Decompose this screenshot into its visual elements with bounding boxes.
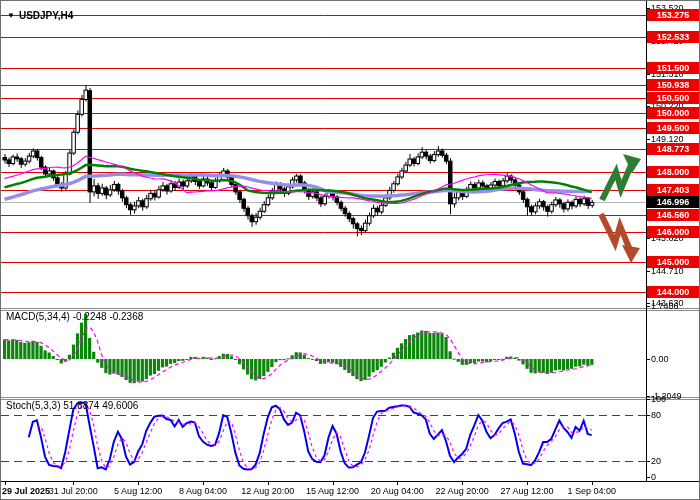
price-level-badge: 146.000 [647,226,699,238]
price-level-badge: 150.938 [647,79,699,91]
macd-indicator-label: MACD(5,34,4) -0.2248 -0.2368 [6,311,143,322]
stoch-value-signal: 49.6006 [102,400,138,411]
time-axis-label: 8 Aug 04:00 [171,486,235,496]
stoch-axis-label: 20 [651,457,661,467]
stoch-indicator-label: Stoch(5,3,3) 51.8874 49.6006 [6,400,138,411]
current-price-badge: 146.996 [647,196,699,208]
price-level-badge: 149.500 [647,122,699,134]
price-level-badge: 150.500 [647,92,699,104]
price-level-badge: 151.500 [647,62,699,74]
price-level-badge: 152.533 [647,31,699,43]
symbol-timeframe-label[interactable]: ▼USDJPY,H4 [7,5,73,23]
time-axis-label: 27 Aug 12:00 [495,486,559,496]
stoch-title: Stoch(5,3,3) [6,400,60,411]
stoch-axis-label: 80 [651,411,661,421]
macd-value-signal: -0.2368 [109,311,143,322]
price-level-badge: 148.773 [647,143,699,155]
time-axis-label: 31 Jul 20:00 [41,486,105,496]
price-level-badge: 150.000 [647,107,699,119]
price-level-badge: 144.000 [647,286,699,298]
price-level-badge: 147.403 [647,184,699,196]
price-level-badge: 146.560 [647,209,699,221]
macd-value-main: -0.2248 [73,311,107,322]
time-axis-label: 1 Sep 04:00 [560,486,624,496]
price-level-badge: 145.000 [647,256,699,268]
symbol-name-label: USDJPY,H4 [19,10,73,21]
time-axis-label: 5 Aug 12:00 [106,486,170,496]
time-axis-label: 20 Aug 04:00 [365,486,429,496]
time-axis-label: 15 Aug 12:00 [301,486,365,496]
symbol-dropdown-icon[interactable]: ▼ [7,11,15,20]
stoch-axis-label: 0 [651,473,656,483]
chart-window: ▼USDJPY,H4 MACD(5,34,4) -0.2248 -0.2368 … [0,0,700,500]
price-level-badge: 153.275 [647,9,699,21]
macd-title: MACD(5,34,4) [6,311,70,322]
time-axis-label: 22 Aug 20:00 [430,486,494,496]
macd-axis-label: 1.7406 [651,302,679,312]
price-scale-tick-label: 144.710 [651,267,684,277]
stoch-value-main: 51.8874 [63,400,99,411]
macd-axis-label: 0.00 [651,355,669,365]
price-level-badge: 148.000 [647,166,699,178]
chart-plot-canvas[interactable] [1,1,699,499]
stoch-axis-label: 100 [651,395,666,405]
time-axis-label: 12 Aug 20:00 [236,486,300,496]
